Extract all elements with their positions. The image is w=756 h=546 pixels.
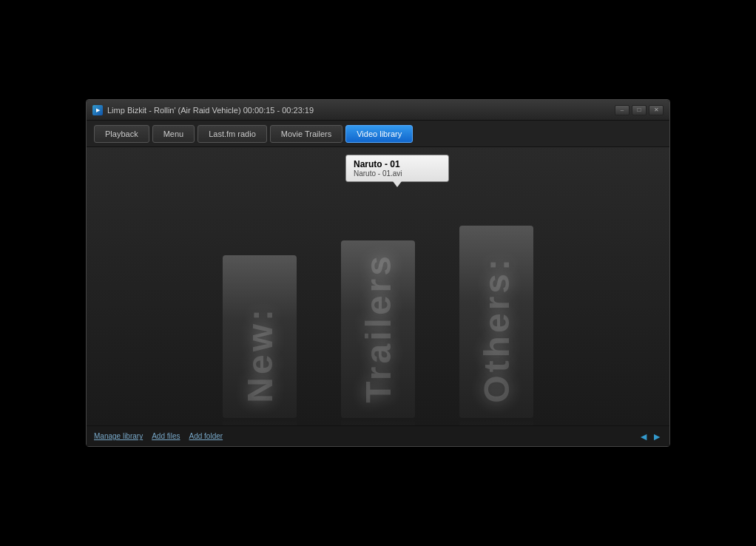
bottom-bar: Manage library Add files Add folder ◄ ► [87, 425, 669, 446]
video-tooltip: Naruto - 01 Naruto - 01.avi [345, 155, 449, 182]
main-window: Limp Bizkit - Rollin' (Air Raid Vehicle)… [86, 99, 670, 447]
tooltip-title: Naruto - 01 [354, 159, 441, 169]
nav-arrows: ◄ ► [638, 431, 662, 442]
arrow-right-button[interactable]: ► [652, 431, 662, 442]
arrow-left-button[interactable]: ◄ [638, 431, 649, 442]
movie-trailers-button[interactable]: Movie Trailers [270, 125, 342, 143]
nav-bar: Playback Menu Last.fm radio Movie Traile… [87, 121, 669, 147]
manage-library-link[interactable]: Manage library [94, 432, 143, 440]
lastfm-button[interactable]: Last.fm radio [198, 125, 267, 143]
new-card-reflection [223, 418, 297, 425]
title-bar-left: Limp Bizkit - Rollin' (Air Raid Vehicle)… [92, 105, 314, 115]
title-bar: Limp Bizkit - Rollin' (Air Raid Vehicle)… [87, 100, 669, 121]
restore-button[interactable]: □ [632, 105, 647, 115]
app-icon [92, 105, 103, 115]
others-card-label: Others: [476, 256, 517, 403]
menu-button[interactable]: Menu [152, 125, 195, 143]
video-library-button[interactable]: Video library [345, 125, 413, 143]
new-card-label: New: [240, 306, 280, 403]
add-files-link[interactable]: Add files [152, 432, 180, 440]
playback-button[interactable]: Playback [94, 125, 149, 143]
add-folder-link[interactable]: Add folder [189, 432, 223, 440]
window-title: Limp Bizkit - Rollin' (Air Raid Vehicle)… [107, 106, 314, 115]
trailers-card[interactable]: Trailers [341, 240, 415, 418]
trailers-card-label: Trailers [358, 253, 399, 403]
close-button[interactable]: ✕ [649, 105, 664, 115]
minimize-button[interactable]: – [615, 105, 630, 115]
trailers-card-reflection [341, 418, 415, 425]
window-controls: – □ ✕ [615, 105, 664, 115]
others-card-reflection [459, 418, 533, 425]
tooltip-subtitle: Naruto - 01.avi [354, 169, 441, 178]
content-area: Naruto - 01 Naruto - 01.avi New: Trailer… [87, 147, 669, 425]
new-card[interactable]: New: [223, 255, 297, 418]
others-card[interactable]: Others: [459, 226, 533, 418]
cards-container: New: Trailers Others: [87, 147, 669, 425]
bottom-links: Manage library Add files Add folder [94, 432, 223, 440]
